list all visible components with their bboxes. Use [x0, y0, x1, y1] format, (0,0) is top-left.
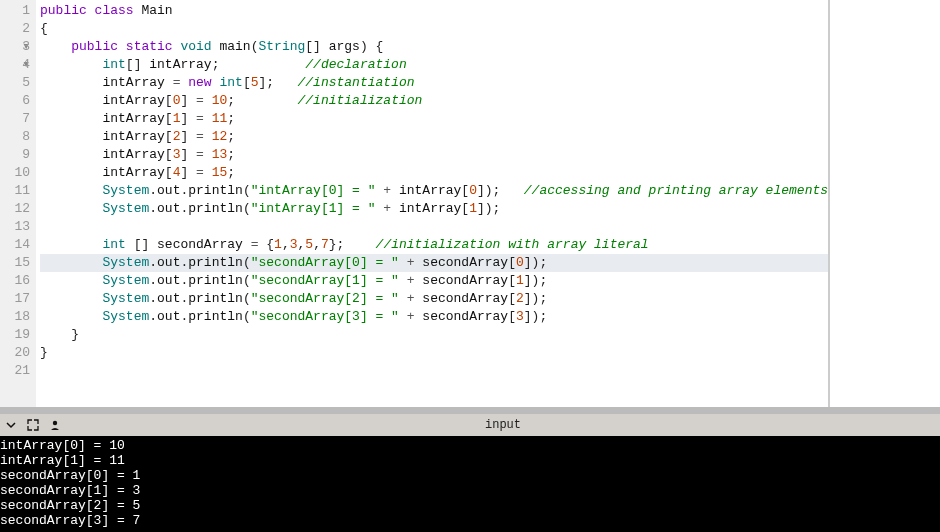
line-number: 5 [8, 74, 30, 92]
line-number: 3 ▾ [8, 38, 30, 56]
code-line[interactable]: int [] secondArray = {1,3,5,7}; //initia… [40, 236, 828, 254]
line-number: 17 [8, 290, 30, 308]
console-toolbar: input [0, 414, 940, 436]
code-line[interactable] [40, 362, 828, 380]
code-line[interactable]: intArray[0] = 10; //initialization [40, 92, 828, 110]
console-line: secondArray[1] = 3 [0, 483, 940, 498]
code-line[interactable]: System.out.println("secondArray[3] = " +… [40, 308, 828, 326]
line-number: 11 [8, 182, 30, 200]
code-line[interactable]: public class Main [40, 2, 828, 20]
code-line[interactable]: public static void main(String[] args) { [40, 38, 828, 56]
editor-right-margin [830, 0, 940, 407]
console-line: intArray[0] = 10 [0, 438, 940, 453]
line-number: 21 [8, 362, 30, 380]
console-line: secondArray[3] = 7 [0, 513, 940, 528]
console-output: intArray[0] = 10intArray[1] = 11secondAr… [0, 436, 940, 532]
code-line[interactable]: intArray = new int[5]; //instantiation [40, 74, 828, 92]
line-number: 6 [8, 92, 30, 110]
line-number: 12 [8, 200, 30, 218]
console-line: secondArray[2] = 5 [0, 498, 940, 513]
line-number: 10 [8, 164, 30, 182]
code-line[interactable]: { [40, 20, 828, 38]
code-line[interactable]: intArray[1] = 11; [40, 110, 828, 128]
chevron-down-icon[interactable] [4, 418, 18, 432]
code-line[interactable]: System.out.println("secondArray[2] = " +… [40, 290, 828, 308]
person-icon[interactable] [48, 418, 62, 432]
line-number: 2 ▾ [8, 20, 30, 38]
line-number: 9 [8, 146, 30, 164]
code-line[interactable]: intArray[3] = 13; [40, 146, 828, 164]
line-number: 1 [8, 2, 30, 20]
pane-divider[interactable] [0, 407, 940, 414]
code-line[interactable]: } [40, 344, 828, 362]
line-number: 7 [8, 110, 30, 128]
line-number: 8 [8, 128, 30, 146]
line-number-gutter: 12 ▾3 ▾456789101112131415161718192021 [0, 0, 36, 407]
code-line[interactable]: System.out.println("intArray[1] = " + in… [40, 200, 828, 218]
console-line: intArray[1] = 11 [0, 453, 940, 468]
code-line[interactable]: intArray[4] = 15; [40, 164, 828, 182]
line-number: 4 [8, 56, 30, 74]
console-tab-label[interactable]: input [485, 418, 521, 432]
line-number: 14 [8, 236, 30, 254]
line-number: 13 [8, 218, 30, 236]
line-number: 16 [8, 272, 30, 290]
svg-point-0 [53, 421, 57, 425]
code-line[interactable]: intArray[2] = 12; [40, 128, 828, 146]
line-number: 15 [8, 254, 30, 272]
console-line: secondArray[0] = 1 [0, 468, 940, 483]
code-line[interactable]: } [40, 326, 828, 344]
code-line[interactable]: int[] intArray; //declaration [40, 56, 828, 74]
code-editor[interactable]: 12 ▾3 ▾456789101112131415161718192021 pu… [0, 0, 940, 407]
line-number: 18 [8, 308, 30, 326]
expand-icon[interactable] [26, 418, 40, 432]
line-number: 20 [8, 344, 30, 362]
code-area[interactable]: public class Main{ public static void ma… [36, 0, 830, 407]
code-line[interactable]: System.out.println("secondArray[0] = " +… [40, 254, 828, 272]
line-number: 19 [8, 326, 30, 344]
code-line[interactable]: System.out.println("secondArray[1] = " +… [40, 272, 828, 290]
code-line[interactable]: System.out.println("intArray[0] = " + in… [40, 182, 828, 200]
code-line[interactable] [40, 218, 828, 236]
